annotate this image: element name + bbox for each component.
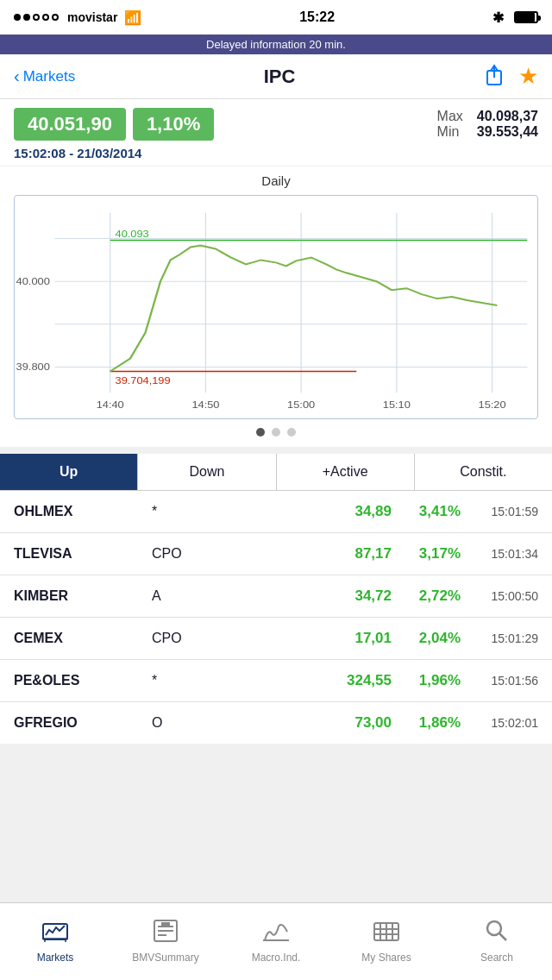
stock-sub-6: O [152,715,186,731]
stock-time-3: 15:00:50 [461,589,538,603]
svg-text:15:00: 15:00 [287,399,315,411]
stock-sub-5: * [152,673,186,688]
stock-time-5: 15:01:56 [461,674,538,688]
tab-active[interactable]: +Active [277,454,415,490]
table-row[interactable]: GFREGIO O 73,00 1,86% 15:02:01 [0,702,552,744]
stock-price-2: 87,17 [186,545,392,562]
stock-time-1: 15:01:59 [461,505,538,518]
stock-time-4: 15:01:29 [461,631,538,645]
table-row[interactable]: CEMEX CPO 17,01 2,04% 15:01:29 [0,618,552,660]
chart-dot-2 [272,428,280,437]
signal-dot-4 [42,14,49,21]
bluetooth-icon: ✱ [492,9,504,26]
svg-text:14:50: 14:50 [191,399,219,411]
chart-dot-3 [287,428,296,437]
nav-bar: ‹ Markets IPC ★ [0,54,552,99]
stock-sub-3: A [152,588,186,604]
chart-section: Daily 40.000 39.800 [0,166,552,447]
favorite-button[interactable]: ★ [518,63,538,90]
stock-sub-1: * [152,504,186,519]
change-badge: 1,10% [133,108,214,141]
stock-pct-6: 1,86% [392,714,461,732]
status-left: movistar 📶 [14,9,141,26]
table-row[interactable]: TLEVISA CPO 87,17 3,17% 15:01:34 [0,533,552,575]
price-badge: 40.051,90 [14,108,126,141]
stock-time-2: 15:01:34 [461,547,538,561]
share-button[interactable] [484,62,505,91]
stock-name-3: KIMBER [14,588,152,604]
signal-dot-2 [23,14,30,21]
stock-price-3: 34,72 [186,587,392,605]
stock-price-1: 34,89 [186,503,392,520]
date-time-label: 15:02:08 - 21/03/2014 [14,146,538,160]
status-time: 15:22 [299,9,335,25]
max-label: Max [437,109,463,124]
svg-text:15:10: 15:10 [383,399,411,411]
max-min-block: Max 40.098,37 Min 39.553,44 [437,109,538,140]
tab-down[interactable]: Down [138,454,276,490]
battery-icon [514,11,538,23]
svg-text:40.000: 40.000 [16,276,51,287]
chart-title: Daily [14,173,538,188]
chart-dot-1 [256,428,265,437]
signal-dots [14,14,59,21]
stock-price-4: 17,01 [186,630,392,647]
max-row: Max 40.098,37 [437,109,538,124]
nav-actions: ★ [484,62,538,91]
max-value: 40.098,37 [477,109,538,124]
chart-container[interactable]: 40.000 39.800 40.093 39.704,199 14:40 14… [14,195,538,419]
tab-up[interactable]: Up [0,454,138,490]
status-bar: movistar 📶 15:22 ✱ [0,0,552,35]
stock-sub-4: CPO [152,631,186,646]
carrier-label: movistar [67,10,117,24]
wifi-icon: 📶 [124,9,141,26]
signal-dot-5 [52,14,59,21]
signal-dot-3 [33,14,40,21]
chart-svg: 40.000 39.800 40.093 39.704,199 14:40 14… [15,196,537,418]
signal-dot-1 [14,14,21,21]
svg-text:39.800: 39.800 [16,361,51,373]
delayed-text: Delayed information 20 min. [206,38,346,51]
min-row: Min 39.553,44 [437,124,538,140]
svg-text:40.093: 40.093 [116,229,150,240]
stock-pct-1: 3,41% [392,503,461,520]
stock-name-4: CEMEX [14,631,152,646]
table-row[interactable]: KIMBER A 34,72 2,72% 15:00:50 [0,575,552,618]
table-row[interactable]: PE&OLES * 324,55 1,96% 15:01:56 [0,660,552,702]
stocks-table: OHLMEX * 34,89 3,41% 15:01:59 TLEVISA CP… [0,491,552,744]
svg-text:15:20: 15:20 [479,399,506,411]
delayed-banner: Delayed information 20 min. [0,35,552,54]
price-row: 40.051,90 1,10% Max 40.098,37 Min 39.553… [14,108,538,141]
stock-name-6: GFREGIO [14,715,152,731]
stock-pct-5: 1,96% [392,672,461,689]
stock-price-6: 73,00 [186,714,392,732]
chevron-left-icon: ‹ [14,66,20,86]
chart-pagination [14,428,538,437]
page-title: IPC [264,66,296,88]
status-right: ✱ [492,9,538,26]
table-row[interactable]: OHLMEX * 34,89 3,41% 15:01:59 [0,491,552,533]
back-label: Markets [23,68,75,85]
min-value: 39.553,44 [477,124,538,140]
filter-tabs: Up Down +Active Constit. [0,454,552,491]
stock-pct-3: 2,72% [392,587,461,605]
stock-name-1: OHLMEX [14,504,152,519]
stock-time-6: 15:02:01 [461,716,538,730]
stock-name-5: PE&OLES [14,673,152,688]
stock-pct-4: 2,04% [392,630,461,647]
min-label: Min [437,124,460,140]
back-button[interactable]: ‹ Markets [14,66,75,86]
tab-constit[interactable]: Constit. [415,454,552,490]
price-section: 40.051,90 1,10% Max 40.098,37 Min 39.553… [0,99,552,166]
stock-name-2: TLEVISA [14,546,152,562]
stock-price-5: 324,55 [186,672,392,689]
stock-sub-2: CPO [152,546,186,562]
svg-text:14:40: 14:40 [97,399,124,411]
svg-text:39.704,199: 39.704,199 [116,375,171,386]
battery-fill [516,13,535,22]
stock-pct-2: 3,17% [392,545,461,562]
